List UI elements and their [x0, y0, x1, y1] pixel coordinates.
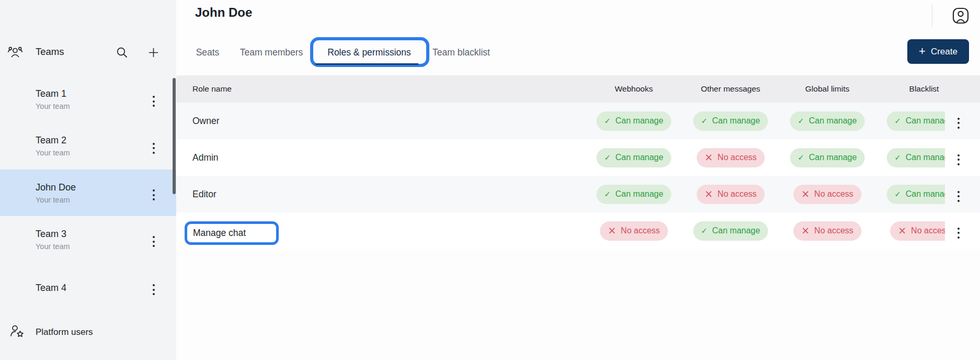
x-icon: × [801, 226, 810, 235]
role-name-cell: Editor [192, 176, 216, 212]
role-name-input[interactable]: Manage chat [187, 224, 276, 242]
permission-badge-no: ×No access [793, 185, 861, 204]
team-item-team-3[interactable]: Team 3Your team [0, 216, 176, 263]
sidebar: Teams Team 1Your teamTeam 2Your teamJohn… [0, 0, 176, 360]
permission-badge-label: Can manage [616, 189, 664, 199]
kebab-dot [958, 237, 960, 239]
check-icon: ✓ [605, 154, 611, 162]
team-item-menu-button[interactable] [151, 234, 157, 249]
permission-badge-yes: ✓Can manage [597, 185, 671, 204]
page-title: John Doe [195, 5, 252, 20]
row-menu-button[interactable] [955, 189, 962, 204]
row-menu-button[interactable] [955, 152, 962, 167]
column-header-role-name: Role name [192, 75, 232, 103]
sidebar-title: Teams [36, 46, 64, 58]
permission-badge-label: Can manage [809, 116, 857, 126]
kebab-dot [153, 194, 155, 196]
team-item-menu-button[interactable] [151, 282, 157, 297]
app-window: Teams Team 1Your teamTeam 2Your teamJohn… [0, 0, 980, 360]
kebab-dot [958, 195, 960, 197]
permission-badge-label: Can manage [906, 116, 945, 126]
kebab-dot [958, 127, 960, 129]
permission-badge-label: Can manage [712, 116, 760, 126]
active-tab-underline [315, 63, 418, 65]
sidebar-scrollbar[interactable] [173, 78, 176, 194]
kebab-dot [153, 289, 155, 291]
x-icon: × [704, 189, 713, 199]
check-icon: ✓ [895, 117, 901, 125]
kebab-dot [958, 163, 960, 165]
account-button[interactable] [951, 7, 970, 25]
permission-badge-label: Can manage [906, 153, 945, 162]
header-divider [932, 4, 932, 27]
row-menu-button[interactable] [955, 116, 962, 131]
tab-seats[interactable]: Seats [196, 47, 220, 58]
column-header-global-limits: Global limits [805, 75, 849, 103]
team-item-menu-button[interactable] [151, 94, 157, 109]
check-icon: ✓ [798, 154, 804, 162]
kebab-dot [153, 293, 155, 295]
permission-badge-no: ×No access [600, 221, 668, 241]
team-item-team-4[interactable]: Team 4 [0, 267, 176, 308]
permission-badge-yes: ✓Can manage [887, 111, 945, 131]
check-icon: ✓ [895, 154, 901, 162]
kebab-dot [958, 232, 960, 234]
kebab-dot [153, 245, 155, 247]
check-icon: ✓ [895, 190, 901, 198]
permission-badge-label: Can manage [616, 116, 664, 126]
permission-badge-label: Can manage [809, 153, 857, 162]
permission-badge-yes: ✓Can manage [693, 221, 768, 241]
permission-badge-label: Can manage [616, 153, 664, 162]
column-header-webhooks: Webhooks [615, 75, 653, 103]
kebab-dot [153, 284, 155, 286]
team-item-menu-button[interactable] [151, 187, 157, 203]
x-icon: × [898, 226, 906, 235]
sidebar-header: Teams [0, 44, 176, 62]
add-team-button[interactable] [147, 46, 160, 59]
tab-roles-permissions[interactable]: Roles & permissions [327, 47, 411, 58]
kebab-dot [153, 100, 155, 103]
kebab-dot [958, 118, 960, 120]
kebab-dot [153, 236, 155, 238]
permission-badge-label: No access [911, 226, 945, 235]
permission-badge-yes: ✓Can manage [887, 185, 945, 204]
create-button[interactable]: + Create [907, 39, 969, 64]
platform-users-label: Platform users [36, 327, 93, 338]
column-header-other-messages: Other messages [701, 75, 760, 103]
team-item-team-1[interactable]: Team 1Your team [0, 76, 176, 122]
x-icon: × [608, 226, 616, 235]
permission-badge-yes: ✓Can manage [790, 148, 865, 167]
kebab-dot [958, 122, 960, 124]
kebab-dot [153, 96, 155, 98]
tab-team-members[interactable]: Team members [240, 47, 303, 58]
row-menu-button[interactable] [955, 226, 962, 241]
tab-team-blacklist[interactable]: Team blacklist [432, 47, 490, 58]
permission-badge-label: No access [717, 189, 757, 199]
kebab-dot [958, 159, 960, 161]
permission-badge-yes: ✓Can manage [597, 111, 671, 131]
plus-icon: + [919, 47, 926, 56]
x-icon: × [704, 152, 713, 162]
check-icon: ✓ [701, 117, 708, 125]
kebab-dot [153, 105, 155, 107]
team-item-menu-button[interactable] [151, 141, 157, 156]
role-name-cell: Admin [192, 139, 219, 176]
x-icon: × [801, 189, 810, 199]
permission-badge-yes: ✓Can manage [597, 148, 671, 167]
permission-badge-yes: ✓Can manage [790, 111, 865, 131]
permission-badge-yes: ✓Can manage [693, 111, 768, 131]
kebab-dot [958, 191, 960, 193]
permission-badge-label: Can manage [712, 226, 760, 235]
check-icon: ✓ [605, 117, 611, 125]
team-item-team-2[interactable]: Team 2Your team [0, 122, 176, 170]
kebab-dot [958, 228, 960, 230]
teams-group-icon [7, 45, 24, 60]
team-item-john-doe[interactable]: John DoeYour team [0, 170, 176, 216]
permission-badge-no: ×No access [697, 148, 765, 167]
permission-badge-label: No access [814, 189, 853, 199]
check-icon: ✓ [605, 190, 611, 198]
create-button-label: Create [931, 47, 958, 57]
kebab-dot [958, 154, 960, 156]
sidebar-item-platform-users[interactable]: Platform users [0, 319, 176, 346]
search-icon[interactable] [116, 46, 129, 59]
